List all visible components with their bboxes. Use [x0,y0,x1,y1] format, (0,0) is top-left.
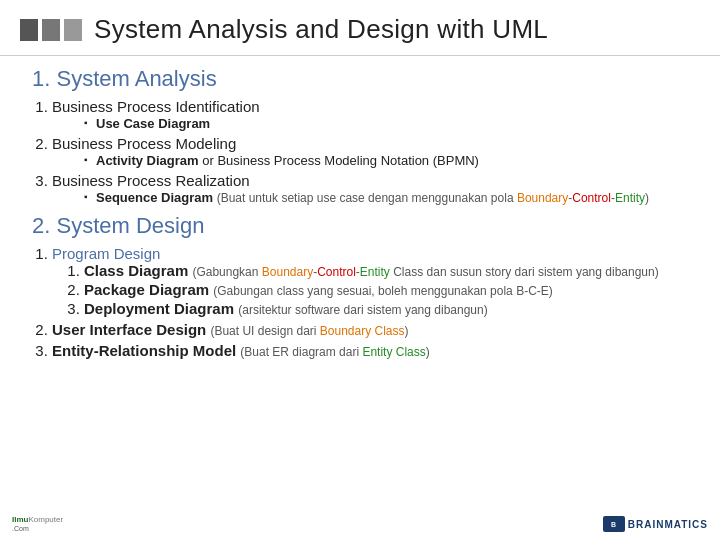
bullet-3-1: Sequence Diagram (Buat untuk setiap use … [84,190,688,205]
square-1 [20,19,38,41]
bullet-list-3: Sequence Diagram (Buat untuk setiap use … [52,190,688,205]
section-1: 1. System Analysis Business Process Iden… [32,66,688,205]
section-1-title: 1. System Analysis [32,66,688,92]
brainmatics-logo: B BRAINMATICS [603,516,708,532]
footer-right: B BRAINMATICS [603,516,708,532]
program-item-1: Class Diagram (Gabungkan Boundary-Contro… [84,262,688,279]
section-1-list: Business Process Identification Use Case… [32,98,688,205]
header-divider [0,55,720,56]
section-1-item-2: Business Process Modeling Activity Diagr… [52,135,688,168]
bullet-2-1: Activity Diagram or Business Process Mod… [84,153,688,168]
page-title: System Analysis and Design with UML [94,14,548,45]
section-2-title: 2. System Design [32,213,688,239]
program-item-3: Deployment Diagram (arsitektur software … [84,300,688,317]
header: System Analysis and Design with UML [0,0,720,53]
section-1-item-1: Business Process Identification Use Case… [52,98,688,131]
svg-text:B: B [611,521,617,528]
square-2 [42,19,60,41]
footer-left: IlmuKomputer .Com [12,516,63,532]
logo-squares [20,19,82,41]
brainmatics-icon: B [603,516,625,532]
square-3 [64,19,82,41]
program-design-list: Class Diagram (Gabungkan Boundary-Contro… [52,262,688,317]
section-2: 2. System Design Program Design Class Di… [32,213,688,359]
section-2-list: Program Design Class Diagram (Gabungkan … [32,245,688,359]
section-1-item-3: Business Process Realization Sequence Di… [52,172,688,205]
bullet-list-1: Use Case Diagram [52,116,688,131]
section-2-item-1: Program Design Class Diagram (Gabungkan … [52,245,688,317]
ilmukomputer-logo: IlmuKomputer .Com [12,516,63,532]
main-content: 1. System Analysis Business Process Iden… [0,58,720,365]
bullet-list-2: Activity Diagram or Business Process Mod… [52,153,688,168]
bullet-1-1: Use Case Diagram [84,116,688,131]
program-item-2: Package Diagram (Gabungan class yang ses… [84,281,688,298]
section-2-item-3: Entity-Relationship Model (Buat ER diagr… [52,342,688,359]
section-2-item-2: User Interface Design (Buat UI design da… [52,321,688,338]
